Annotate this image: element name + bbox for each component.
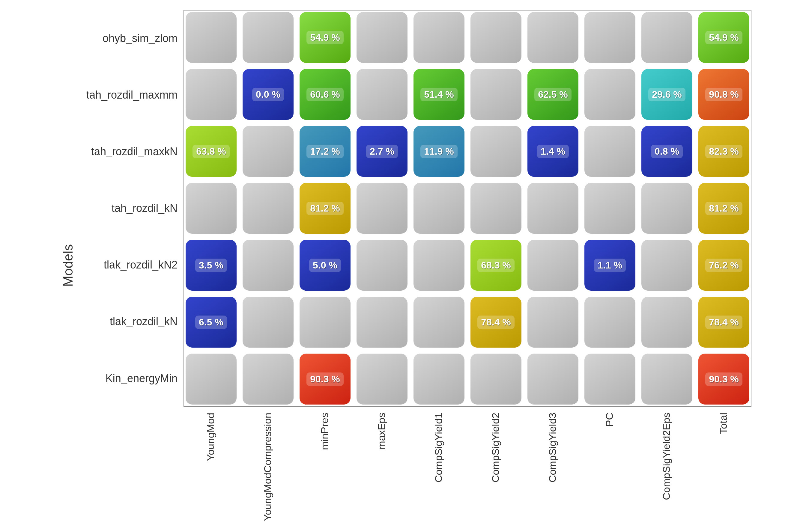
grid-cell xyxy=(357,12,407,63)
grid-cell: 60.6 % xyxy=(300,69,350,120)
grid-cell: 3.5 % xyxy=(186,240,236,291)
grid-cell: 81.2 % xyxy=(300,183,350,234)
grid-cell: 78.4 % xyxy=(698,297,749,348)
cell-value: 5.0 % xyxy=(309,259,341,272)
grid-cell xyxy=(584,12,635,63)
col-label: YoungModCompression xyxy=(241,410,294,521)
grid-cell xyxy=(584,354,635,404)
cell-value: 1.4 % xyxy=(537,145,569,158)
col-label-text: CompSigYield2 xyxy=(490,413,501,483)
grid-cell xyxy=(470,183,521,234)
grid-cell: 51.4 % xyxy=(414,69,464,120)
grid-cell xyxy=(641,240,692,291)
col-label-text: CompSigYield3 xyxy=(547,413,558,483)
col-label: CompSigYield2 xyxy=(468,410,522,521)
grid-cell xyxy=(300,297,350,348)
cell-value: 0.0 % xyxy=(252,88,284,101)
grid-cell xyxy=(414,240,464,291)
grid-cell xyxy=(641,183,692,234)
grid-with-row-labels: ohyb_sim_zlomtah_rozdil_maxmmtah_rozdil_… xyxy=(82,10,751,407)
cell-value: 68.3 % xyxy=(477,259,514,272)
col-label-text: Total xyxy=(717,413,729,434)
grid-cell xyxy=(186,69,236,120)
grid-cell: 54.9 % xyxy=(300,12,350,63)
grid-cell xyxy=(527,297,578,348)
grid-cell: 0.0 % xyxy=(243,69,293,120)
cell-value: 3.5 % xyxy=(195,259,227,272)
grid-cell: 78.4 % xyxy=(470,297,521,348)
grid-row: 3.5 %5.0 %68.3 %1.1 %76.2 % xyxy=(184,238,751,292)
col-label: PC xyxy=(582,410,636,521)
row-label: tah_rozdil_kN xyxy=(82,181,177,235)
cell-value: 78.4 % xyxy=(705,315,742,329)
grid-cell xyxy=(641,297,692,348)
col-label: maxEps xyxy=(354,410,408,521)
cell-value: 54.9 % xyxy=(705,31,742,44)
col-label-text: YoungMod xyxy=(205,413,217,461)
col-label-text: CompSigYield1 xyxy=(433,413,444,483)
grid-cell xyxy=(470,354,521,404)
col-label: CompSigYield3 xyxy=(525,410,579,521)
grid-cell xyxy=(641,354,692,404)
cell-value: 17.2 % xyxy=(306,145,344,158)
cell-value: 78.4 % xyxy=(477,315,514,329)
col-labels-row: YoungModYoungModCompressionminPresmaxEps… xyxy=(82,410,751,521)
grid-cell: 17.2 % xyxy=(300,126,350,177)
cell-value: 90.3 % xyxy=(306,372,344,386)
grid-cell xyxy=(243,183,293,234)
col-labels: YoungModYoungModCompressionminPresmaxEps… xyxy=(184,410,750,521)
grid-cell: 76.2 % xyxy=(698,240,749,291)
grid-cell xyxy=(584,297,635,348)
col-label-text: YoungModCompression xyxy=(262,413,274,521)
grid-cell: 2.7 % xyxy=(357,126,407,177)
grid-cell xyxy=(243,12,293,63)
grid-cell xyxy=(584,126,635,177)
grid-row: 0.0 %60.6 %51.4 %62.5 %29.6 %90.8 % xyxy=(184,68,751,121)
grid-row: 6.5 %78.4 %78.4 % xyxy=(184,295,751,349)
grid-cell xyxy=(243,240,293,291)
grid-cell xyxy=(414,297,464,348)
cell-value: 81.2 % xyxy=(705,202,742,215)
grid-cell xyxy=(186,12,236,63)
cell-value: 90.3 % xyxy=(705,372,742,386)
grid-cell: 5.0 % xyxy=(300,240,350,291)
grid-cell xyxy=(186,354,236,404)
col-label-text: CompSigYield2Eps xyxy=(661,413,672,500)
chart-title: Total effects xyxy=(365,0,448,1)
grid-cell xyxy=(414,354,464,404)
row-labels: ohyb_sim_zlomtah_rozdil_maxmmtah_rozdil_… xyxy=(82,10,177,407)
row-label: tah_rozdil_maxkN xyxy=(82,125,177,179)
grid-row: 90.3 %90.3 % xyxy=(184,352,751,406)
cell-value: 0.8 % xyxy=(651,145,683,158)
grid-cell xyxy=(584,183,635,234)
grid-cell xyxy=(357,240,407,291)
grid-cell xyxy=(527,183,578,234)
grid-cell xyxy=(186,183,236,234)
grid-cell xyxy=(470,69,521,120)
grid-cell xyxy=(414,183,464,234)
cell-value: 11.9 % xyxy=(420,145,458,158)
cell-value: 63.8 % xyxy=(192,145,230,158)
cell-value: 62.5 % xyxy=(534,88,571,101)
grid-cell xyxy=(357,69,407,120)
grid-cell: 54.9 % xyxy=(698,12,749,63)
grid-cell xyxy=(470,12,521,63)
grid-cell: 63.8 % xyxy=(186,126,236,177)
grid-cell xyxy=(243,126,293,177)
cell-value: 29.6 % xyxy=(648,88,685,101)
grid-cell: 6.5 % xyxy=(186,297,236,348)
cell-value: 82.3 % xyxy=(705,145,742,158)
col-label: CompSigYield2Eps xyxy=(639,410,693,521)
row-label: tlak_rozdil_kN xyxy=(82,295,177,349)
col-label-text: maxEps xyxy=(376,413,388,449)
y-axis-label: Models xyxy=(61,10,75,521)
data-grid: 54.9 %54.9 %0.0 %60.6 %51.4 %62.5 %29.6 … xyxy=(184,10,751,407)
grid-cell xyxy=(527,240,578,291)
grid-cell: 90.8 % xyxy=(698,69,749,120)
grid-cell xyxy=(357,354,407,404)
cell-value: 2.7 % xyxy=(366,145,398,158)
cell-value: 60.6 % xyxy=(306,88,344,101)
grid-cell: 81.2 % xyxy=(698,183,749,234)
grid-cell xyxy=(527,354,578,404)
grid-cell: 1.4 % xyxy=(527,126,578,177)
